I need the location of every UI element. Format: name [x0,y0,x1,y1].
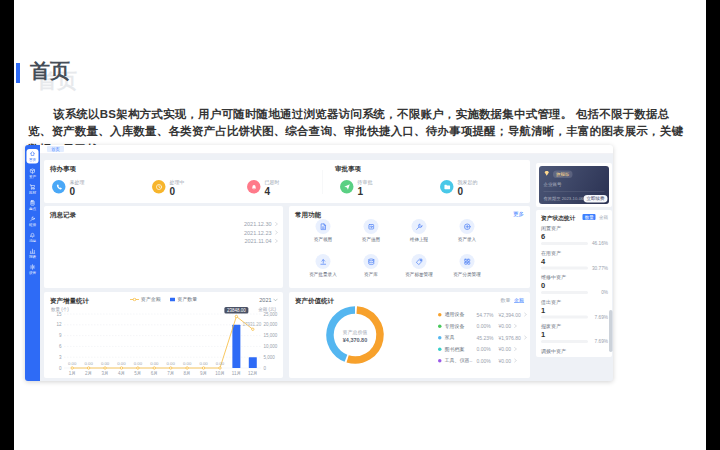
status-label: 借出资产 [541,299,608,306]
donut-legend-row[interactable]: 图书档案 0.00% ¥0.00 [438,346,526,353]
legend-amount: ¥0.00 [499,358,512,364]
home-icon [30,151,36,157]
status-value: 1 [541,330,608,339]
sidebar-item-wrench[interactable]: 维保 [25,216,40,228]
quick-action-upload[interactable]: 资产批量录入 [300,254,346,279]
status-bar-track [541,242,588,245]
dashboard-screenshot: 首页资产耗材盘点维保消息报表设置 首页 待办事项 审批事项 未处理 0 处理中 … [25,145,613,381]
messages-card: 消息记录 2021.12.302021.12.232021.11.04 [44,206,283,288]
legend-bar-series[interactable]: 资产数量 [170,296,197,302]
sidebar-item-label: 设置 [29,271,36,275]
sidebar-item-label: 消息 [29,239,36,243]
svg-text:0.00: 0.00 [134,361,143,366]
legend-percent: 0.00% [477,346,499,352]
stat-value: 0 [458,186,464,197]
legend-dot [438,347,442,351]
sidebar-item-clipboard[interactable]: 盘点 [25,200,40,212]
quick-action-hand[interactable]: 资产借用 [348,219,394,244]
legend-line-series[interactable]: 资产金额 [130,296,161,302]
dashboard-scrollbar[interactable] [609,310,613,352]
donut-legend-row[interactable]: 通用设备 54.77% ¥2,394.00 [438,311,526,318]
svg-text:1月: 1月 [69,371,76,376]
sidebar-item-chart[interactable]: 报表 [25,248,40,260]
legend-name: 工具、仪器.. [445,357,477,364]
sidebar-item-home[interactable]: 首页 [27,149,39,164]
more-link[interactable]: 更多 [513,211,524,219]
quick-action-plusdoc[interactable]: 资产录入 [444,219,490,244]
send-icon [343,183,350,190]
quick-label: 资产批量录入 [302,272,344,278]
status-row: 在用资产 4 30.77% [541,250,608,271]
legend-dot [438,324,442,328]
status-percent: 46.16% [588,241,608,247]
membership-card-inner: 旗舰版 企业账号 有效期至 2023-10-06 立即续费 [539,166,609,204]
sidebar-item-cart[interactable]: 耗材 [25,184,40,196]
status-value: 6 [541,232,608,241]
sidebar-item-box[interactable]: 资产 [25,168,40,180]
donut-legend-row[interactable]: 专用设备 0.00% ¥0.00 [438,323,526,330]
toggle-quantity[interactable]: 数量 [501,297,511,303]
legend-name: 图书档案 [445,346,477,353]
quick-action-db[interactable]: 资产库 [348,254,394,279]
value-donut-svg: 资产总价值¥4,370.80 [309,304,399,376]
status-row: 借出资产 1 7.69% [541,299,608,320]
message-row[interactable]: 2021.12.23 [244,230,277,236]
tab-home[interactable]: 首页 [47,146,64,152]
quick-icon-wrap [412,254,427,269]
todo-card-title: 待办事项 [50,164,76,173]
status-label: 闲置资产 [541,225,608,232]
toggle-amount[interactable]: 金额 [599,215,608,220]
sidebar-item-label: 资产 [29,175,36,179]
quick-action-grid4[interactable]: 资产分类管理 [444,254,490,279]
sidebar-item-label: 耗材 [29,191,36,195]
svg-text:5月: 5月 [134,371,141,376]
svg-text:7月: 7月 [167,371,174,376]
sidebar-item-label: 首页 [29,158,36,162]
sidebar-item-bell[interactable]: 消息 [25,232,40,244]
stat-item: 已超时 4 [247,177,280,197]
quick-icon-wrap [364,254,379,269]
donut-legend-row[interactable]: 工具、仪器.. 0.00% ¥0.00 [438,357,526,364]
title-accent-bar [16,63,20,83]
quick-action-wrench2[interactable]: 维修上报 [396,219,442,244]
svg-text:10月: 10月 [215,371,225,376]
donut-legend-row[interactable]: 家具 45.23% ¥1,976.80 [438,334,526,341]
svg-text:10,000: 10,000 [264,344,278,349]
renew-button[interactable]: 立即续费 [583,195,607,203]
approval-card-title: 审批事项 [335,164,361,173]
quick-action-doc[interactable]: 资产领用 [300,219,346,244]
quick-icon-wrap [460,219,475,234]
legend-percent: 0.00% [477,323,499,329]
message-row[interactable]: 2021.11.04 [244,238,277,244]
message-row[interactable]: 2021.12.30 [244,221,277,227]
quick-label: 资产借用 [350,237,392,243]
svg-text:5,000: 5,000 [264,355,276,360]
toggle-amount[interactable]: 金额 [514,297,524,303]
status-label: 维修中资产 [541,274,608,281]
sidebar-item-gear[interactable]: 设置 [25,264,40,276]
membership-expiry: 有效期至 2023-10-06 [544,196,584,202]
membership-badge: 旗舰版 [553,170,573,178]
stat-icon-wrap [52,180,66,194]
legend-percent: 54.77% [477,312,499,318]
status-percent: 7.69% [588,339,608,345]
svg-text:8月: 8月 [184,371,191,376]
status-bar-track [541,340,588,343]
quick-icon-wrap [460,254,475,269]
status-row: 调拨中资产 0 0% [541,348,608,358]
legend-amount: ¥1,976.80 [499,335,521,341]
status-percent: 0% [588,290,608,296]
svg-text:0.00: 0.00 [183,361,192,366]
message-date: 2021.12.23 [244,230,272,236]
stat-value: 0 [70,186,76,197]
stat-value: 1 [358,186,364,197]
chart-legend: 资产金额 资产数量 [44,296,283,303]
wrench2-icon [415,223,423,231]
chevron-right-icon [273,230,277,234]
svg-text:15: 15 [56,312,62,317]
quick-action-tag[interactable]: 资产标签管理 [396,254,442,279]
svg-text:6: 6 [59,344,62,349]
toggle-quantity[interactable]: 数量 [583,214,596,220]
legend-amount: ¥0.00 [499,346,512,352]
stat-icon-wrap [440,180,454,194]
